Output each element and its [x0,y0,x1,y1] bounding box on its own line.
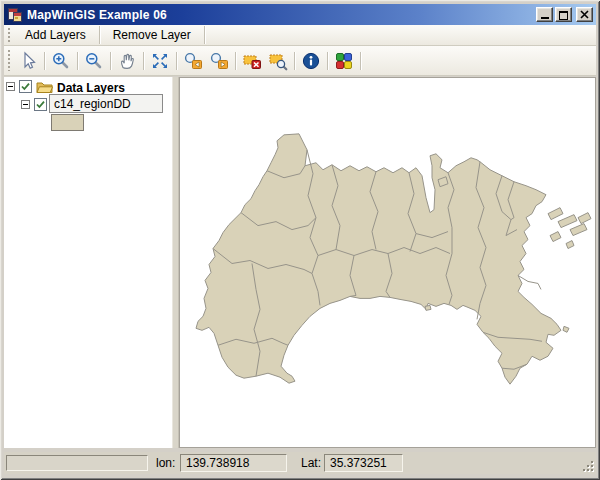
window-title: MapWinGIS Example 06 [27,8,536,22]
layer-swatch[interactable] [51,114,84,131]
status-panel-empty [6,455,148,471]
zoom-full-extent-icon [150,51,170,71]
zoom-previous-button[interactable] [180,49,206,73]
pan-button[interactable] [114,49,140,73]
cursor-arrow-icon [18,51,38,71]
toolbar-separator [44,52,45,70]
lon-label: lon: [156,456,175,470]
toolbar-separator [204,26,205,44]
lon-value: 139.738918 [180,454,287,472]
toolbar-separator [110,52,111,70]
title-bar: MapWinGIS Example 06 [4,4,596,25]
check-icon [35,99,46,110]
toolbar-separator [99,26,100,44]
add-layers-button[interactable]: Add Layers [15,26,96,44]
zoom-out-icon [84,51,104,71]
identify-button[interactable] [298,49,324,73]
toolbar-separator [143,52,144,70]
maximize-icon [559,11,568,20]
maximize-button[interactable] [555,7,572,22]
app-window: MapWinGIS Example 06 Add Layers Remove L… [0,0,600,480]
zoom-next-icon [209,51,229,71]
symbology-colors-icon [334,51,354,71]
layer-checkbox[interactable] [34,98,47,111]
status-bar: lon: 139.738918 Lat: 35.373251 [4,452,596,474]
clear-selection-button[interactable] [239,49,265,73]
folder-icon [36,80,53,94]
close-icon [579,9,590,20]
legend-panel: Data Layers c14_regionDD [4,77,172,448]
panel-splitter[interactable] [172,77,179,448]
toolbar-separator [235,52,236,70]
region-map-image [180,78,595,447]
zoom-in-button[interactable] [48,49,74,73]
zoom-extent-button[interactable] [147,49,173,73]
toolbar-grip[interactable] [8,50,11,70]
zoom-selection-button[interactable] [265,49,291,73]
toolbar-separator [77,52,78,70]
identify-info-icon [301,51,321,71]
minimize-icon [541,17,549,19]
zoom-previous-icon [183,51,203,71]
cursor-button[interactable] [15,49,41,73]
menu-toolbar: Add Layers Remove Layer [4,25,596,46]
map-canvas[interactable] [179,77,596,448]
layer-label[interactable]: c14_regionDD [49,94,163,113]
toolbar-separator [360,52,361,70]
layer-expander[interactable] [21,100,30,109]
toolbar-separator [327,52,328,70]
zoom-next-button[interactable] [206,49,232,73]
clear-selection-icon [242,51,262,71]
close-button[interactable] [576,7,593,22]
root-checkbox[interactable] [19,80,32,93]
toolbar-separator [176,52,177,70]
toolbar-grip[interactable] [8,28,11,42]
lat-label: Lat: [301,456,321,470]
resize-grip-icon[interactable] [582,460,595,473]
minimize-button[interactable] [536,7,553,22]
zoom-to-selection-icon [268,51,288,71]
zoom-in-icon [51,51,71,71]
zoom-out-button[interactable] [81,49,107,73]
pan-hand-icon [117,51,137,71]
root-expander[interactable] [6,82,15,91]
app-icon[interactable] [7,7,23,23]
check-icon [20,81,31,92]
toolbar-separator [294,52,295,70]
tools-toolbar [4,46,596,76]
root-label[interactable]: Data Layers [57,81,125,95]
remove-layer-button[interactable]: Remove Layer [103,26,201,44]
symbology-button[interactable] [331,49,357,73]
lat-value: 35.373251 [324,454,403,472]
